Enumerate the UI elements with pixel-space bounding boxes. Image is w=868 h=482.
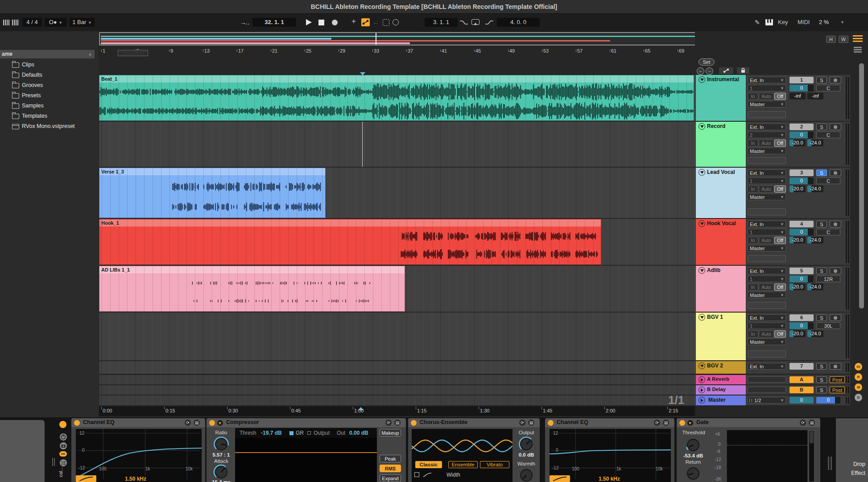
input-routing-menu[interactable]: Ext. In▼ — [748, 363, 786, 370]
lane-bgv2[interactable] — [99, 361, 695, 374]
chain-camera-icon[interactable] — [60, 442, 67, 449]
track-extra-slot[interactable] — [748, 350, 786, 358]
vertical-scrollbar[interactable] — [859, 63, 864, 309]
monitor-auto[interactable]: Auto — [759, 284, 774, 291]
threshold-knob[interactable] — [685, 437, 701, 453]
monitor-off[interactable]: Off — [774, 330, 786, 338]
follow-button[interactable]: →‥ — [240, 19, 248, 26]
return-header-a[interactable]: A ReverbASPost — [695, 375, 850, 384]
loop-switch[interactable] — [471, 19, 479, 25]
output-value[interactable]: 0.0 dB — [514, 452, 538, 457]
quantize-menu[interactable]: 1 Bar ▼ — [70, 18, 95, 27]
solo-button[interactable]: S — [816, 77, 827, 83]
session-toggle-icon[interactable] — [853, 35, 863, 43]
browser-item-presets[interactable]: Presets — [0, 91, 95, 101]
play-arrow-icon[interactable] — [699, 387, 705, 393]
next-marker-button[interactable]: → — [706, 67, 713, 75]
output-routing-menu[interactable]: Master▼ — [748, 245, 786, 251]
track-extra-slot[interactable] — [748, 302, 786, 309]
eq-freq-value[interactable]: 1.50 kHz — [599, 476, 620, 482]
track-extra-slot[interactable] — [748, 157, 786, 164]
input-channel-indicator[interactable]: 4 — [789, 221, 814, 227]
meter-value-a[interactable]: -inf — [789, 93, 806, 99]
volume-field[interactable]: 0 — [789, 132, 814, 138]
automation-mode-button[interactable] — [361, 18, 370, 26]
vibrato-mode-button[interactable]: Vibrato — [480, 461, 509, 468]
height-button[interactable]: H — [826, 36, 836, 43]
track-header-instrumental[interactable]: InstrumentalExt. In▼1▼InAutoOffMaster▼1S… — [695, 75, 850, 121]
fold-arrow-icon[interactable] — [699, 314, 705, 321]
classic-mode-button[interactable]: Classic — [415, 461, 442, 468]
return-routing-slot[interactable] — [748, 387, 786, 393]
master-header[interactable]: Master1/2▼00 — [695, 395, 850, 405]
return-name-block[interactable]: A Reverb — [696, 375, 746, 384]
arrangement-position-field[interactable]: 32. 1. 1 — [252, 18, 296, 27]
track-name-block[interactable]: Adlib — [696, 266, 746, 312]
arm-button[interactable] — [830, 221, 841, 227]
input-channel-menu[interactable]: 1▼ — [748, 177, 786, 184]
makeup-button[interactable]: Makeup — [380, 429, 401, 437]
threshold-value[interactable]: -53.4 dB — [679, 453, 707, 458]
fold-arrow-icon[interactable] — [699, 76, 705, 83]
track-header-bgv-2[interactable]: BGV 2Ext. In▼7S — [695, 361, 850, 374]
mixer-section-toggle[interactable]: M — [855, 383, 862, 391]
output-routing-menu[interactable]: Master▼ — [748, 338, 786, 345]
monitor-switch[interactable]: InAutoOff — [748, 140, 786, 146]
pan-field[interactable]: 30L — [816, 322, 840, 329]
eq-display[interactable]: 12 0 -12 100 1k 10k — [76, 429, 202, 482]
clip-adlib[interactable]: AD LIBs 1_1 — [99, 266, 405, 312]
set-button[interactable]: Set — [699, 58, 715, 66]
meter-value-b[interactable]: -24.0 — [807, 140, 823, 146]
pan-field[interactable]: C — [816, 177, 840, 184]
hot-swap-icon[interactable]: ⟳ — [385, 420, 392, 426]
monitor-in[interactable]: In — [748, 185, 758, 193]
monitor-auto[interactable]: Auto — [759, 330, 774, 338]
input-routing-menu[interactable]: Ext. In▼ — [748, 169, 786, 176]
tap-tempo-icon[interactable] — [12, 20, 19, 25]
computer-midi-keyboard-icon[interactable] — [765, 19, 773, 25]
chain-activator-button[interactable] — [59, 421, 66, 428]
monitor-off[interactable]: Off — [774, 185, 786, 193]
master-name-block[interactable]: Master — [696, 395, 746, 405]
monitor-switch[interactable]: InAutoOff — [748, 237, 786, 243]
monitor-off[interactable]: Off — [774, 237, 786, 244]
eq-display[interactable]: 12 0 -12 100 1k 10k — [550, 429, 671, 482]
browser-item-clips[interactable]: Clips — [0, 60, 95, 70]
link-meter-icon[interactable] — [3, 20, 10, 25]
monitor-off[interactable]: Off — [774, 284, 786, 291]
re-enable-automation-button[interactable]: ← — [373, 19, 379, 26]
return-routing-slot[interactable] — [748, 376, 786, 383]
meter-value-b[interactable]: -24.0 — [807, 284, 823, 290]
cue-volume-field[interactable]: 0 — [816, 397, 840, 404]
loop-brace[interactable]: ▷ ◁ — [118, 50, 148, 56]
device-power-button[interactable] — [209, 420, 215, 426]
monitor-in[interactable]: In — [748, 93, 758, 100]
pan-field[interactable]: C — [816, 85, 840, 91]
save-preset-icon[interactable]: ▤ — [809, 420, 815, 426]
master-volume-field[interactable]: 0 — [789, 397, 814, 404]
drop-effect-zone[interactable]: Drop Effect — [836, 418, 868, 482]
out-value[interactable]: 0.00 dB — [349, 430, 368, 436]
browser-item-rvox-mono-vstpreset[interactable]: RVox Mono.vstpreset — [0, 121, 95, 132]
lane-bgv1[interactable] — [99, 313, 695, 360]
lane-a-reverb[interactable] — [99, 375, 695, 384]
meter-value-b[interactable]: -24.0 — [807, 185, 823, 192]
input-routing-menu[interactable]: Ext. In▼ — [748, 268, 786, 274]
lane-b-delay[interactable] — [99, 385, 695, 395]
key-map-button[interactable]: Key — [778, 18, 788, 27]
returns-section-toggle[interactable]: R — [855, 373, 862, 381]
input-routing-menu[interactable]: Ext. In▼ — [748, 314, 786, 321]
io-section-toggle[interactable]: IO — [855, 363, 862, 371]
track-name-block[interactable]: Record — [696, 122, 746, 167]
device-fold-button[interactable] — [217, 420, 223, 426]
volume-field[interactable]: 0 — [789, 177, 814, 184]
cpu-caret-icon[interactable]: ▼ — [840, 18, 844, 27]
eq-freq-value[interactable]: 1.50 kHz — [125, 476, 146, 482]
solo-button[interactable]: S — [816, 124, 827, 130]
track-extra-slot[interactable] — [748, 111, 786, 118]
midi-map-button[interactable]: MIDI — [798, 18, 810, 27]
monitor-auto[interactable]: Auto — [759, 237, 774, 244]
return-knob[interactable] — [685, 466, 701, 482]
play-arrow-icon[interactable] — [699, 397, 705, 404]
input-channel-indicator[interactable]: 2 — [789, 124, 814, 130]
